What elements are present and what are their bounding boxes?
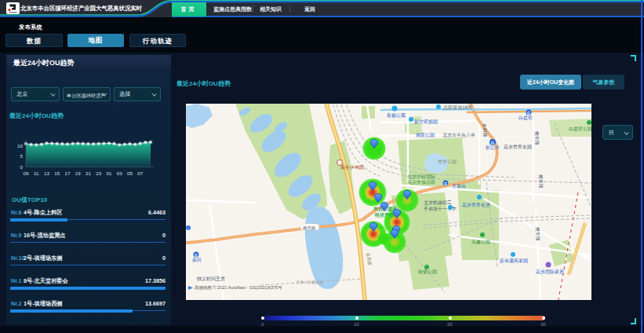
- svg-text:11: 11: [34, 170, 39, 176]
- svg-text:19: 19: [75, 170, 81, 176]
- svg-text:看杨公寓: 看杨公寓: [386, 112, 406, 119]
- svg-text:15: 15: [54, 170, 60, 176]
- svg-text:花乡世界名居: 花乡世界名居: [462, 203, 490, 208]
- svg-text:葆田: 葆田: [192, 258, 202, 263]
- svg-text:21: 21: [86, 170, 91, 176]
- svg-text:07: 07: [137, 170, 143, 176]
- svg-text:北京市丰台八中: 北京市丰台八中: [442, 132, 475, 138]
- svg-text:紫谷伊甸园: 紫谷伊甸园: [340, 164, 364, 170]
- svg-text:5: 5: [20, 153, 24, 159]
- svg-text:高鑫公园: 高鑫公园: [471, 239, 490, 245]
- svg-text:天津小京塘高速: 天津小京塘高速: [296, 280, 323, 285]
- svg-text:03: 03: [117, 170, 122, 176]
- svg-text:新华双拥园: 新华双拥园: [414, 119, 438, 125]
- svg-text:05: 05: [127, 170, 133, 176]
- svg-text:09: 09: [24, 170, 29, 176]
- svg-text:独义村回王房: 独义村回王房: [196, 276, 225, 282]
- svg-text:10: 10: [17, 143, 23, 148]
- svg-text:G: G: [527, 111, 530, 115]
- svg-text:白盆窑: 白盆窑: [518, 115, 533, 121]
- svg-text:高尔夫俱乐部: 高尔夫俱乐部: [407, 179, 435, 185]
- svg-text:13: 13: [44, 170, 49, 176]
- svg-text:花乡国际家居: 花乡国际家居: [536, 269, 564, 275]
- svg-text:0: 0: [20, 164, 24, 170]
- svg-text:G: G: [444, 181, 447, 186]
- svg-text:狼垡公园: 狼垡公园: [418, 269, 437, 275]
- svg-text:G: G: [491, 141, 494, 145]
- svg-text:23: 23: [96, 170, 101, 176]
- svg-text:01: 01: [107, 170, 112, 176]
- svg-text:苏保康闲家园: 苏保康闲家园: [500, 258, 528, 264]
- svg-text:高德地图 © 2021 AutoNavi - GS(2021: 高德地图 © 2021 AutoNavi - GS(2021)6375号: [195, 285, 282, 291]
- svg-text:北京铁路职工: 北京铁路职工: [424, 199, 452, 206]
- svg-text:G: G: [195, 253, 198, 258]
- svg-text:花乡世界名园: 花乡世界名园: [504, 145, 532, 150]
- svg-text:北京华科国际: 北京华科国际: [407, 174, 435, 180]
- svg-text:17: 17: [65, 170, 71, 176]
- svg-text:世界公园: 世界公园: [438, 159, 457, 165]
- svg-text:总部基地18区: 总部基地18区: [442, 104, 472, 111]
- svg-text:大葆台: 大葆台: [452, 183, 466, 189]
- svg-text:白盆窑公园: 白盆窑公园: [569, 126, 591, 132]
- svg-text:郭公庄: 郭公庄: [485, 145, 500, 151]
- svg-text:御景公园: 御景公园: [416, 133, 435, 138]
- svg-text:南宫路: 南宫路: [303, 225, 316, 231]
